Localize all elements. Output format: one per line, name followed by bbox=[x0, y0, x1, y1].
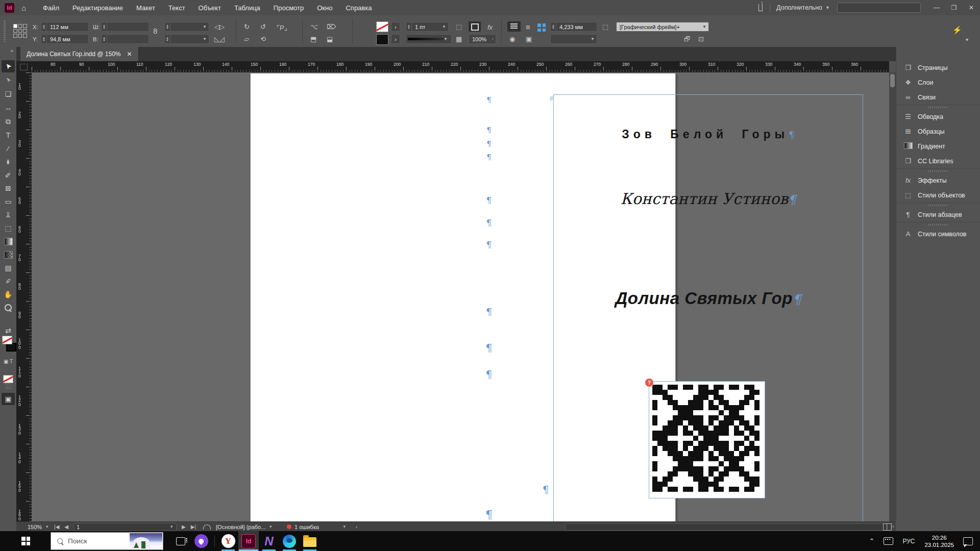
anchored-object-proxy[interactable] bbox=[537, 23, 546, 32]
rotate-cw-icon[interactable]: ↻ bbox=[244, 23, 250, 31]
corner-options-icon[interactable]: ⬚ bbox=[456, 23, 462, 31]
next-page-button[interactable]: ▶ bbox=[182, 524, 186, 530]
flip-vertical-icon[interactable]: ◺◿ bbox=[214, 35, 225, 43]
stroke-menu-button[interactable]: › bbox=[391, 34, 400, 44]
share-icon[interactable] bbox=[758, 4, 763, 11]
taskbar-visual-studio[interactable]: N bbox=[259, 531, 279, 551]
search-highlight-image[interactable] bbox=[130, 533, 162, 549]
y-field[interactable]: ▲▼94,8 мм bbox=[41, 34, 89, 44]
frame-fitting-icon[interactable] bbox=[469, 21, 481, 32]
reference-point-proxy[interactable] bbox=[13, 24, 27, 38]
hidden-icons-chevron[interactable]: ⌃ bbox=[869, 537, 875, 545]
vertical-scrollbar[interactable] bbox=[889, 72, 896, 521]
panel-button-gradient[interactable]: Градиент bbox=[896, 139, 980, 154]
menu-просмотр[interactable]: Просмотр bbox=[268, 2, 309, 14]
panel-button-links[interactable]: ∞Связи bbox=[896, 90, 980, 105]
selection-tool[interactable]: ➤ bbox=[2, 60, 15, 72]
taskbar-yandex-browser[interactable]: Y bbox=[218, 531, 238, 551]
taskbar-edge-browser[interactable] bbox=[279, 531, 300, 551]
scale-y-field[interactable]: ▲▼▼ bbox=[164, 34, 209, 44]
select-content-icon[interactable]: ⌦ bbox=[327, 23, 336, 31]
type-tool[interactable]: T bbox=[2, 129, 15, 141]
page-number-field[interactable]: 1▼ bbox=[74, 523, 177, 531]
document-tab[interactable]: Долина Святых Гор.indd @ 150% ✕ bbox=[20, 47, 139, 61]
object-style-icon[interactable]: ⬚ bbox=[602, 23, 608, 31]
opacity-field[interactable]: 100%› bbox=[469, 34, 496, 44]
panel-grip[interactable] bbox=[4, 20, 6, 42]
wrap-invert-icon[interactable]: ▣ bbox=[526, 35, 532, 43]
panel-button-swatches[interactable]: ⊞Образцы bbox=[896, 124, 980, 139]
document-canvas[interactable]: # Зов Белой Горы¶ Константин Устинов¶ До… bbox=[32, 72, 889, 521]
offset-reference-dropdown[interactable]: ▼ bbox=[550, 34, 597, 44]
eyedropper-tool[interactable]: ✑ bbox=[2, 275, 15, 287]
book-title[interactable]: Долина Святых Гор¶ bbox=[554, 289, 863, 308]
menu-текст[interactable]: Текст bbox=[163, 2, 191, 14]
preflight-icon[interactable] bbox=[203, 524, 211, 530]
minimize-button[interactable]: — bbox=[928, 1, 945, 14]
constrain-proportions-icon[interactable]: 8 bbox=[153, 27, 157, 35]
panel-button-effects[interactable]: fxЭффекты bbox=[896, 173, 980, 188]
missing-link-badge[interactable]: ? bbox=[645, 378, 654, 387]
text-wrap-none-icon[interactable] bbox=[507, 21, 521, 32]
width-field[interactable]: ▲▼ bbox=[101, 22, 149, 32]
select-container-icon[interactable]: ⌥ bbox=[310, 23, 318, 31]
zoom-level[interactable]: 150% bbox=[28, 524, 42, 530]
first-page-button[interactable]: |◀ bbox=[54, 524, 59, 530]
effects-fx-icon[interactable]: fx bbox=[487, 23, 493, 31]
scale-x-field[interactable]: ▲▼▼ bbox=[164, 22, 209, 32]
taskbar-file-explorer[interactable] bbox=[300, 531, 320, 551]
shear-icon[interactable]: ▱ bbox=[244, 35, 249, 43]
panel-button-cc-libraries[interactable]: ❒CC Libraries bbox=[896, 154, 980, 168]
note-tool[interactable]: ▤ bbox=[2, 262, 15, 274]
gpu-performance-icon[interactable]: ⚡ bbox=[952, 26, 962, 35]
last-page-button[interactable]: ▶| bbox=[191, 524, 196, 530]
workspace-switcher[interactable]: Дополнительно bbox=[776, 4, 822, 11]
tab-close-icon[interactable]: ✕ bbox=[127, 51, 132, 58]
page[interactable]: # Зов Белой Горы¶ Константин Устинов¶ До… bbox=[250, 73, 676, 521]
author-name[interactable]: Константин Устинов¶ bbox=[554, 190, 863, 208]
scrollbar-thumb[interactable] bbox=[890, 74, 895, 87]
taskbar-search[interactable]: Поиск bbox=[51, 532, 163, 550]
panel-button-paragraph-styles[interactable]: ¶Стили абзацев bbox=[896, 207, 980, 222]
scissors-tool[interactable]: ✄ bbox=[2, 209, 15, 221]
taskbar-alice-assistant[interactable] bbox=[191, 531, 211, 551]
ruler-origin-box[interactable] bbox=[16, 61, 32, 73]
gradient-feather-tool[interactable] bbox=[2, 248, 15, 261]
clear-overrides-icon[interactable]: ⊡ bbox=[698, 35, 704, 43]
home-icon[interactable]: ⌂ bbox=[21, 4, 26, 12]
fill-color-swatch[interactable] bbox=[2, 336, 12, 344]
page-tool[interactable]: ❏ bbox=[2, 88, 15, 100]
swap-fill-stroke-icon[interactable]: ⇄ bbox=[2, 324, 15, 337]
error-count[interactable]: 1 ошибка bbox=[295, 524, 319, 530]
scroll-left-arrow[interactable]: ‹ bbox=[356, 524, 357, 530]
menu-окно[interactable]: Окно bbox=[311, 2, 338, 14]
free-transform-tool[interactable]: ⬚ bbox=[2, 222, 15, 234]
scroll-right-arrow[interactable]: › bbox=[892, 523, 894, 529]
pen-tool[interactable]: ✒ bbox=[2, 156, 15, 168]
style-override-icon[interactable]: 🗗 bbox=[684, 35, 691, 43]
menu-справка[interactable]: Справка bbox=[340, 2, 377, 14]
flip-icon[interactable]: ◁▷ bbox=[214, 23, 225, 31]
menu-таблица[interactable]: Таблица bbox=[229, 2, 266, 14]
menu-редактирование[interactable]: Редактирование bbox=[67, 2, 129, 14]
restore-button[interactable]: ❐ bbox=[945, 1, 963, 14]
formatting-affects-icons[interactable]: ▣ T bbox=[2, 355, 15, 367]
clock[interactable]: 20:26 23.01.2025 bbox=[924, 534, 954, 548]
rectangle-tool[interactable]: ▭ bbox=[2, 195, 15, 208]
free-transform-icon[interactable]: ⌜P⌟ bbox=[277, 24, 287, 32]
panel-button-object-styles[interactable]: ⬚Стили объектов bbox=[896, 188, 980, 203]
pencil-tool[interactable]: ✎ bbox=[2, 169, 15, 181]
menu-файл[interactable]: Файл bbox=[37, 2, 65, 14]
frame-tool[interactable]: ⊠ bbox=[2, 182, 15, 194]
select-previous-icon[interactable]: ⬒ bbox=[310, 35, 316, 43]
content-collector-tool[interactable]: ⧉ bbox=[2, 115, 15, 128]
start-button[interactable] bbox=[21, 537, 30, 545]
panel-button-stroke[interactable]: ☰Обводка bbox=[896, 109, 980, 124]
stroke-weight-field[interactable]: ▲▼1 пт▼ bbox=[406, 22, 449, 32]
toolbar-expand[interactable]: » bbox=[0, 47, 16, 61]
object-style-dropdown[interactable]: [Графический фрейм]+▼ bbox=[616, 22, 709, 32]
view-options-icon[interactable]: ⿲ bbox=[2, 380, 15, 392]
panel-button-pages[interactable]: ❒Страницы bbox=[896, 60, 980, 75]
opacity-icon[interactable]: ▩ bbox=[456, 35, 462, 43]
taskbar-indesign[interactable]: Id bbox=[238, 531, 259, 551]
